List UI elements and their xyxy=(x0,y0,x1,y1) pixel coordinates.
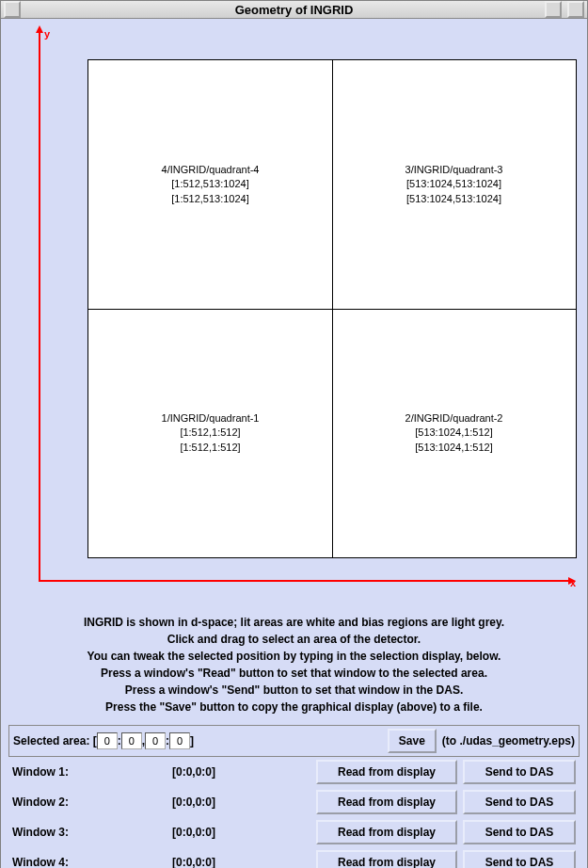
instruction-line: Press the "Save" button to copy the grap… xyxy=(12,699,576,715)
window-range: [0:0,0:0] xyxy=(172,856,316,868)
quadrant-1[interactable]: 1/INGRID/quadrant-1 [1:512,1:512] [1:512… xyxy=(88,309,332,557)
quadrant-range-1: [513:1024,1:512] xyxy=(415,426,493,440)
read-from-display-button[interactable]: Read from display xyxy=(316,850,457,868)
send-to-das-button[interactable]: Send to DAS xyxy=(463,760,576,784)
x-axis xyxy=(39,580,570,582)
window-label: Window 3: xyxy=(12,826,172,839)
plot-area[interactable]: y x 4/INGRID/quadrant-4 [1:512,513:1024]… xyxy=(8,26,580,601)
quadrant-name: 1/INGRID/quadrant-1 xyxy=(162,411,260,426)
window-label: Window 2: xyxy=(12,796,172,809)
quadrant-range-2: [1:512,513:1024] xyxy=(171,192,249,206)
titlebar[interactable]: Geometry of INGRID xyxy=(1,1,587,19)
window-label: Window 1: xyxy=(12,765,172,779)
quadrant-name: 2/INGRID/quadrant-2 xyxy=(405,411,503,426)
sel-y1-input[interactable] xyxy=(145,732,166,749)
save-hint: (to ./udas_geometry.eps) xyxy=(442,734,575,747)
window-range: [0:0,0:0] xyxy=(172,796,316,809)
quadrant-range-2: [513:1024,513:1024] xyxy=(406,192,501,206)
window-range: [0:0,0:0] xyxy=(172,826,316,839)
axes: 4/INGRID/quadrant-4 [1:512,513:1024] [1:… xyxy=(39,31,570,582)
maximize-icon[interactable] xyxy=(567,1,584,18)
arrow-right-icon xyxy=(568,577,576,585)
quadrant-range-2: [1:512,1:512] xyxy=(180,441,240,455)
window-1-row: Window 1: [0:0,0:0] Read from display Se… xyxy=(8,757,580,787)
instruction-line: Click and drag to select an area of the … xyxy=(12,631,576,648)
send-to-das-button[interactable]: Send to DAS xyxy=(463,820,576,844)
arrow-up-icon xyxy=(36,25,43,33)
window-title: Geometry of INGRID xyxy=(1,3,587,17)
quadrant-4[interactable]: 4/INGRID/quadrant-4 [1:512,513:1024] [1:… xyxy=(88,60,332,309)
window-4-row: Window 4: [0:0,0:0] Read from display Se… xyxy=(8,847,580,868)
quadrant-2[interactable]: 2/INGRID/quadrant-2 [513:1024,1:512] [51… xyxy=(332,309,576,557)
save-button[interactable]: Save xyxy=(388,729,437,753)
instruction-line: INGRID is shown in d-space; lit areas ar… xyxy=(12,614,576,631)
read-from-display-button[interactable]: Read from display xyxy=(316,790,457,814)
sel-x1-input[interactable] xyxy=(97,732,118,749)
sel-end: ] xyxy=(190,734,194,747)
y-axis xyxy=(39,31,40,582)
window-label: Window 4: xyxy=(12,856,172,868)
instruction-line: You can tweak the selected position by t… xyxy=(12,648,576,665)
quadrant-range-2: [513:1024,1:512] xyxy=(415,441,493,455)
read-from-display-button[interactable]: Read from display xyxy=(316,820,457,844)
quadrant-range-1: [1:512,513:1024] xyxy=(171,177,249,191)
send-to-das-button[interactable]: Send to DAS xyxy=(463,850,576,868)
quadrant-name: 3/INGRID/quadrant-3 xyxy=(405,163,503,177)
instructions: INGRID is shown in d-space; lit areas ar… xyxy=(8,606,580,723)
send-to-das-button[interactable]: Send to DAS xyxy=(463,790,576,814)
content: y x 4/INGRID/quadrant-4 [1:512,513:1024]… xyxy=(1,19,587,868)
instruction-line: Press a window's "Read" button to set th… xyxy=(12,665,576,682)
app-window: Geometry of INGRID y x 4/INGRID/quadrant… xyxy=(0,0,588,868)
selected-area-label: Selected area: [ xyxy=(13,734,97,747)
quadrant-range-1: [513:1024,513:1024] xyxy=(406,177,501,191)
selected-area-row: Selected area: [ : , : ] Save (to ./udas… xyxy=(8,725,580,757)
quadrant-name: 4/INGRID/quadrant-4 xyxy=(162,163,260,177)
window-range: [0:0,0:0] xyxy=(172,765,316,779)
sel-x2-input[interactable] xyxy=(121,732,142,749)
sel-y2-input[interactable] xyxy=(169,732,190,749)
window-2-row: Window 2: [0:0,0:0] Read from display Se… xyxy=(8,787,580,817)
instruction-line: Press a window's "Send" button to set th… xyxy=(12,682,576,699)
window-3-row: Window 3: [0:0,0:0] Read from display Se… xyxy=(8,817,580,847)
detector-grid[interactable]: 4/INGRID/quadrant-4 [1:512,513:1024] [1:… xyxy=(87,59,577,558)
read-from-display-button[interactable]: Read from display xyxy=(316,760,457,784)
quadrant-range-1: [1:512,1:512] xyxy=(180,426,240,440)
minimize-icon[interactable] xyxy=(545,1,562,18)
quadrant-3[interactable]: 3/INGRID/quadrant-3 [513:1024,513:1024] … xyxy=(332,60,576,309)
window-menu-icon[interactable] xyxy=(4,1,21,18)
